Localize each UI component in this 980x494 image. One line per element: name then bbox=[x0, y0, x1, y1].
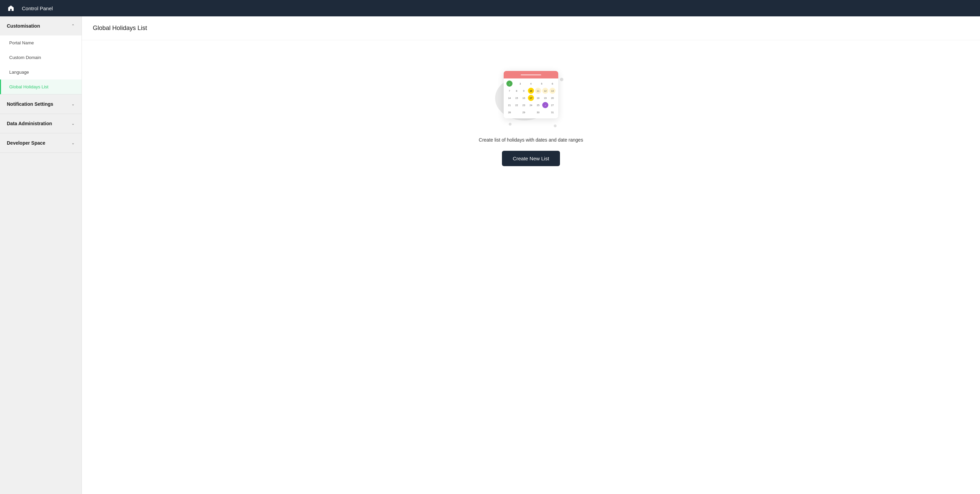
cal-row-2: 7 8 9 10 11 12 13 bbox=[506, 88, 555, 94]
cal-header-line bbox=[521, 75, 541, 75]
cal-body: ✓ 3 4 5 6 7 8 9 10 bbox=[504, 78, 558, 118]
cal-cell-15: 15 bbox=[514, 95, 520, 101]
cal-cell-29: 29 bbox=[521, 109, 527, 115]
main-content-area: Global Holidays List bbox=[82, 16, 980, 494]
cal-cell-22: 22 bbox=[514, 102, 520, 108]
developer-title: Developer Space bbox=[7, 140, 45, 146]
cal-cell-14: 14 bbox=[506, 95, 512, 101]
cal-cell-8: 8 bbox=[514, 88, 520, 94]
notification-title: Notification Settings bbox=[7, 101, 53, 107]
cal-cell-5: 6 bbox=[549, 81, 555, 87]
topbar: Control Panel bbox=[0, 0, 980, 16]
sidebar-section-data-admin-header[interactable]: Data Administration ⌄ bbox=[0, 114, 81, 133]
create-new-list-button[interactable]: Create New List bbox=[502, 151, 560, 166]
sidebar-section-notification: Notification Settings ⌄ bbox=[0, 94, 81, 114]
cal-cell-30: 30 bbox=[535, 109, 541, 115]
layout: Customisation ⌃ Portal Name Custom Domai… bbox=[0, 16, 980, 494]
cal-cell-25: 25 bbox=[535, 102, 541, 108]
page-header: Global Holidays List bbox=[82, 16, 980, 40]
calendar-illustration: ✓ 3 4 5 6 7 8 9 10 bbox=[493, 68, 568, 129]
sidebar-item-language[interactable]: Language bbox=[0, 65, 81, 79]
cal-cell-3: 4 bbox=[528, 81, 534, 87]
cal-row-1: ✓ 3 4 5 6 bbox=[506, 81, 555, 87]
cal-cell-19: 19 bbox=[542, 95, 548, 101]
cal-cell-16: 16 bbox=[521, 95, 527, 101]
cal-cell-1: ✓ bbox=[506, 81, 512, 87]
cal-cell-18: 18 bbox=[535, 95, 541, 101]
sidebar-section-customisation-header[interactable]: Customisation ⌃ bbox=[0, 16, 81, 35]
cal-cell-2: 3 bbox=[517, 81, 523, 87]
chevron-down-icon: ⌄ bbox=[71, 102, 75, 106]
cal-cell-24: 24 bbox=[528, 102, 534, 108]
sidebar-section-notification-header[interactable]: Notification Settings ⌄ bbox=[0, 94, 81, 114]
data-admin-title: Data Administration bbox=[7, 121, 52, 126]
dot-bottom-left bbox=[509, 123, 512, 125]
dot-top-right bbox=[560, 78, 563, 81]
chevron-up-icon: ⌃ bbox=[71, 24, 75, 28]
cal-cell-27: 27 bbox=[549, 102, 555, 108]
home-button[interactable] bbox=[5, 3, 16, 14]
chevron-down-icon-2: ⌄ bbox=[71, 121, 75, 126]
calendar-card: ✓ 3 4 5 6 7 8 9 10 bbox=[504, 71, 558, 118]
chevron-down-icon-3: ⌄ bbox=[71, 141, 75, 145]
cal-cell-31: 31 bbox=[549, 109, 555, 115]
cal-cell-12: 12 bbox=[542, 88, 548, 94]
customisation-title: Customisation bbox=[7, 23, 40, 29]
cal-cell-20: 20 bbox=[549, 95, 555, 101]
cal-cell-11: 11 bbox=[535, 88, 541, 94]
sidebar-section-customisation: Customisation ⌃ Portal Name Custom Domai… bbox=[0, 16, 81, 94]
sidebar-item-global-holidays[interactable]: Global Holidays List bbox=[0, 79, 81, 94]
sidebar-section-developer: Developer Space ⌄ bbox=[0, 133, 81, 153]
sidebar-item-portal-name[interactable]: Portal Name bbox=[0, 35, 81, 50]
cal-cell-7: 7 bbox=[506, 88, 512, 94]
empty-state: ✓ 3 4 5 6 7 8 9 10 bbox=[82, 40, 980, 194]
cal-cell-10: 10 bbox=[528, 88, 534, 94]
cal-cell-23: 23 bbox=[521, 102, 527, 108]
cal-cell-28: 28 bbox=[506, 109, 512, 115]
cal-row-3: 14 15 16 17 18 19 20 bbox=[506, 95, 555, 101]
sidebar-section-developer-header[interactable]: Developer Space ⌄ bbox=[0, 133, 81, 152]
cal-cell-17: 17 bbox=[528, 95, 534, 101]
cal-cell-9: 9 bbox=[521, 88, 527, 94]
empty-state-description: Create list of holidays with dates and d… bbox=[479, 137, 583, 143]
cal-row-5: 28 29 30 31 bbox=[506, 109, 555, 115]
sidebar-section-data-admin: Data Administration ⌄ bbox=[0, 114, 81, 133]
cal-cell-4: 5 bbox=[539, 81, 545, 87]
sidebar: Customisation ⌃ Portal Name Custom Domai… bbox=[0, 16, 82, 494]
cal-row-4: 21 22 23 24 25 ✓ 27 bbox=[506, 102, 555, 108]
customisation-items: Portal Name Custom Domain Language Globa… bbox=[0, 35, 81, 94]
cal-cell-13: 13 bbox=[549, 88, 555, 94]
dot-bottom-right bbox=[554, 124, 557, 127]
cal-cell-26: ✓ bbox=[542, 102, 548, 108]
topbar-title: Control Panel bbox=[22, 5, 53, 11]
cal-cell-21: 21 bbox=[506, 102, 512, 108]
page-title: Global Holidays List bbox=[93, 25, 969, 32]
sidebar-item-custom-domain[interactable]: Custom Domain bbox=[0, 50, 81, 65]
cal-header bbox=[504, 71, 558, 78]
